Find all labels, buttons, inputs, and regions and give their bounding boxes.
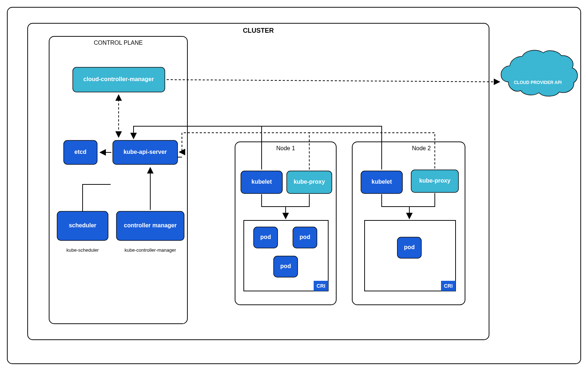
edge-node2-down-cri [382,194,409,218]
edge-node1-kubeproxy-down [286,194,309,207]
cluster-title: CLUSTER [243,27,274,34]
node1-frame [235,142,336,305]
node2-frame [352,142,465,305]
edge-node2-kubeproxy-down [409,193,435,207]
etcd-label: etcd [75,149,87,155]
edge-ccm-cloud [167,80,499,82]
ccm-label: cloud-controller-manager [83,76,154,82]
scheduler-caption: kube-scheduler [67,247,99,253]
controller-manager-label: controller manager [124,222,177,228]
controller-manager-caption: kube-controller-manager [124,247,176,253]
node1-pod-b-label: pod [299,234,310,240]
diagram-canvas: CLUSTER CONTROL PLANE cloud-controller-m… [0,0,588,371]
node2-cri-label: CRI [444,283,453,289]
edge-node1-down-cri [262,194,286,218]
node1-title: Node 1 [276,145,295,151]
node2-kubeproxy-label: kube-proxy [419,177,450,184]
node1-pod-c-label: pod [280,263,291,269]
node1-kubeproxy-label: kube-proxy [294,179,325,185]
node2-title: Node 2 [412,145,431,151]
cloud-provider-label: CLOUD PROVIDER API [514,80,562,85]
node2-pod-a-label: pod [404,244,414,250]
edge-scheduler-apiserver-elbow [83,184,111,211]
cloud-provider-shape [501,50,577,96]
node1-pod-a-label: pod [260,234,271,240]
node2-kubelet-label: kubelet [372,179,392,185]
scheduler-label: scheduler [69,222,96,228]
apiserver-label: kube-api-server [123,149,167,155]
node1-kubelet-label: kubelet [251,179,272,185]
node1-cri-label: CRI [317,283,325,289]
control-plane-title: CONTROL PLANE [94,40,143,46]
